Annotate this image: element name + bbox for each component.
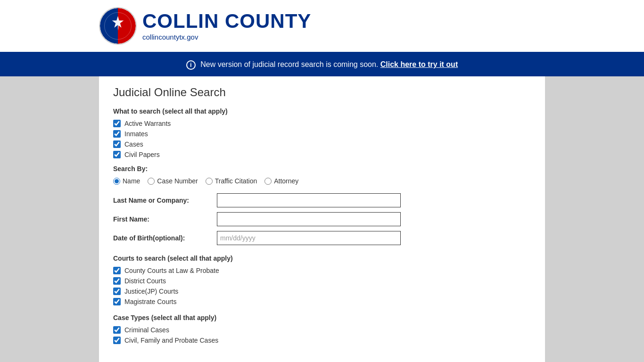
case-types-section: Case Types (select all that apply) Crimi… [113,314,531,344]
inmates-checkbox[interactable] [113,130,121,138]
case-number-radio-label[interactable]: Case Number [157,177,198,185]
civil-papers-checkbox[interactable] [113,151,121,158]
radio-item-case-number: Case Number [148,177,198,185]
checkbox-item-district-courts: District Courts [113,277,531,285]
active-warrants-label[interactable]: Active Warrants [124,120,171,127]
magistrate-courts-checkbox[interactable] [113,298,121,305]
cases-checkbox[interactable] [113,140,121,148]
first-name-label: First Name: [113,215,217,223]
active-warrants-checkbox[interactable] [113,120,121,127]
last-name-input[interactable] [217,193,401,207]
county-courts-checkbox[interactable] [113,267,121,274]
criminal-cases-label[interactable]: Criminal Cases [124,326,169,334]
cases-label[interactable]: Cases [124,140,143,148]
logo-area: COLLIN COUNTY collincountytx.gov [99,7,311,45]
attorney-radio[interactable] [264,178,272,185]
last-name-label: Last Name or Company: [113,197,217,204]
search-by-label: Search By: [113,165,531,173]
checkbox-item-magistrate-courts: Magistrate Courts [113,298,531,305]
name-radio[interactable] [113,178,120,185]
name-radio-label[interactable]: Name [123,177,140,185]
civil-family-label[interactable]: Civil, Family and Probate Cases [124,337,218,344]
checkbox-item-civil-papers: Civil Papers [113,151,531,158]
civil-family-checkbox[interactable] [113,337,121,344]
dob-row: Date of Birth(optional): [113,231,531,245]
main-content: Judicial Online Search What to search (s… [99,76,545,362]
search-by-radio-group: Name Case Number Traffic Citation Attorn… [113,177,531,185]
logo-text-area: COLLIN COUNTY collincountytx.gov [142,11,311,41]
page-title: Judicial Online Search [113,86,531,99]
case-number-radio[interactable] [148,178,155,185]
checkbox-item-active-warrants: Active Warrants [113,120,531,127]
checkbox-item-criminal-cases: Criminal Cases [113,326,531,334]
radio-item-traffic-citation: Traffic Citation [206,177,257,185]
header: COLLIN COUNTY collincountytx.gov [0,0,644,54]
form-fields: Last Name or Company: First Name: Date o… [113,193,531,245]
justice-courts-checkbox[interactable] [113,288,121,295]
county-courts-label[interactable]: County Courts at Law & Probate [124,267,219,274]
search-by-section: Search By: Name Case Number Traffic Cita… [113,165,531,185]
courts-label: Courts to search (select all that apply) [113,255,531,262]
logo-title: COLLIN COUNTY [142,11,311,31]
traffic-citation-radio-label[interactable]: Traffic Citation [215,177,257,185]
logo-circle [99,7,137,45]
inmates-label[interactable]: Inmates [124,130,148,138]
checkbox-item-inmates: Inmates [113,130,531,138]
radio-item-attorney: Attorney [264,177,298,185]
checkbox-item-cases: Cases [113,140,531,148]
first-name-row: First Name: [113,212,531,226]
checkbox-item-justice-courts: Justice(JP) Courts [113,288,531,295]
announcement-link[interactable]: Click here to try it out [380,60,458,68]
checkbox-item-county-courts: County Courts at Law & Probate [113,267,531,274]
criminal-cases-checkbox[interactable] [113,326,121,334]
courts-section: Courts to search (select all that apply)… [113,255,531,305]
courts-checkbox-group: County Courts at Law & Probate District … [113,267,531,305]
district-courts-checkbox[interactable] [113,277,121,285]
what-to-search-group: Active Warrants Inmates Cases Civil Pape… [113,120,531,158]
civil-papers-label[interactable]: Civil Papers [124,151,160,158]
district-courts-label[interactable]: District Courts [124,277,166,285]
case-types-label: Case Types (select all that apply) [113,314,531,321]
traffic-citation-radio[interactable] [206,178,213,185]
checkbox-item-civil-family: Civil, Family and Probate Cases [113,337,531,344]
dob-input[interactable] [217,231,401,245]
what-to-search-label: What to search (select all that apply) [113,107,531,115]
announcement-text: New version of judicial record search is… [200,60,378,68]
case-types-checkbox-group: Criminal Cases Civil, Family and Probate… [113,326,531,344]
first-name-input[interactable] [217,212,401,226]
announcement-banner: i New version of judicial record search … [0,54,644,76]
logo-url: collincountytx.gov [142,33,311,41]
radio-item-name: Name [113,177,140,185]
last-name-row: Last Name or Company: [113,193,531,207]
dob-label: Date of Birth(optional): [113,234,217,242]
attorney-radio-label[interactable]: Attorney [274,177,298,185]
justice-courts-label[interactable]: Justice(JP) Courts [124,288,178,295]
magistrate-courts-label[interactable]: Magistrate Courts [124,298,176,305]
info-icon: i [186,60,196,70]
